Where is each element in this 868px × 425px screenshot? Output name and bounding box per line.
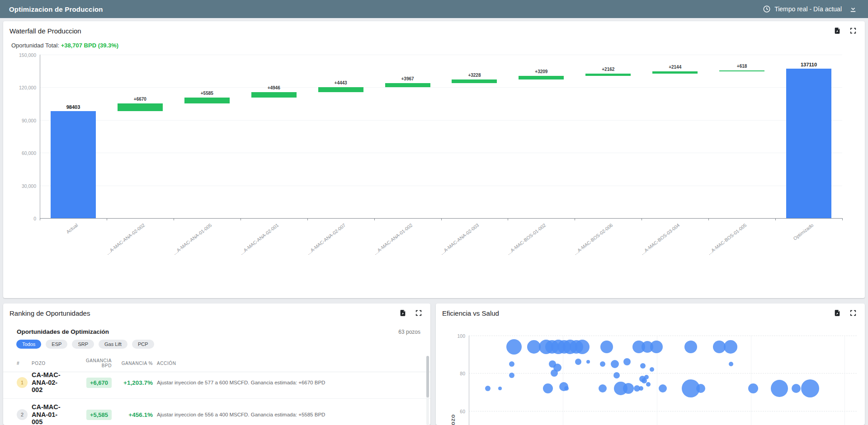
x-axis-label: …A-MAC-BOS-03-004 xyxy=(631,222,681,262)
x-axis-label: Actual xyxy=(29,222,79,262)
bubble[interactable] xyxy=(623,358,631,365)
waterfall-bar-A-MAC-BOS-03-004[interactable] xyxy=(652,71,698,74)
bubble[interactable] xyxy=(792,384,801,393)
bubble[interactable] xyxy=(611,360,619,368)
fullscreen-icon[interactable] xyxy=(414,308,423,318)
filter-chip-gas-lift[interactable]: Gas Lift xyxy=(99,340,127,349)
bubble[interactable] xyxy=(575,359,581,365)
bubble[interactable] xyxy=(498,387,502,390)
bubble[interactable] xyxy=(551,369,558,377)
download-icon[interactable] xyxy=(848,4,858,14)
y-axis-tick: 90,000 xyxy=(11,118,36,123)
bubble[interactable] xyxy=(599,384,607,392)
x-axis-label: …A-MAC-BOS-02-006 xyxy=(564,222,614,262)
column-rank: # xyxy=(17,361,32,366)
scrollbar-thumb[interactable] xyxy=(426,356,429,397)
x-axis-label: …A-MAC-ANA-01-005 xyxy=(163,222,212,262)
bubble[interactable] xyxy=(748,383,758,393)
accion-cell: Ajustar inyeccion de 556 a 400 MSCFD. Ga… xyxy=(157,412,424,417)
table-row[interactable]: 1 CA-MAC-ANA-02-002 +6,670 +1,203.7% Aju… xyxy=(3,367,430,399)
pozo-cell: CA-MAC-ANA-02-002 xyxy=(32,371,66,394)
bubble[interactable] xyxy=(600,361,605,367)
eficiencia-panel: Eficiencia vs Salud Salud del Pozo 10080… xyxy=(436,304,865,425)
opportunities-table: 1 CA-MAC-ANA-02-002 +6,670 +1,203.7% Aju… xyxy=(3,367,430,425)
bubble[interactable] xyxy=(623,383,634,394)
bubble[interactable] xyxy=(659,384,667,392)
bubble[interactable] xyxy=(650,341,663,353)
bubble[interactable] xyxy=(771,380,788,397)
bubble[interactable] xyxy=(729,362,733,366)
waterfall-bar-A-MAC-BOS-02-006[interactable] xyxy=(585,74,631,76)
waterfall-bar-A-MAC-ANA-02-002[interactable] xyxy=(118,103,163,111)
eficiencia-panel-title: Eficiencia vs Salud xyxy=(442,309,499,317)
bubble[interactable] xyxy=(650,367,654,372)
x-axis-label: …A-MAC-ANA-02-002 xyxy=(96,222,146,262)
waterfall-bar-A-MAC-ANA-02-001[interactable] xyxy=(251,92,297,98)
waterfall-bar-A-MAC-ANA-01-002[interactable] xyxy=(385,83,430,88)
bubble[interactable] xyxy=(724,340,737,354)
waterfall-bar-A-MAC-ANA-01-005[interactable] xyxy=(184,98,230,103)
waterfall-panel: Waterfall de Produccion Oportunidad Tota… xyxy=(3,21,865,298)
bubble[interactable] xyxy=(509,373,514,378)
bubble[interactable] xyxy=(696,384,705,393)
bubble[interactable] xyxy=(506,339,522,355)
fullscreen-icon[interactable] xyxy=(849,308,858,318)
x-axis-label: …A-MAC-ANA-02-007 xyxy=(297,222,346,262)
waterfall-bar-A-MAC-BOS-01-002[interactable] xyxy=(519,76,564,79)
bubble[interactable] xyxy=(586,360,590,364)
opportunity-total: Oportunidad Total: +38,707 BPD (39.3%) xyxy=(11,42,118,49)
bubble[interactable] xyxy=(543,383,553,393)
bar-value-label: +3209 xyxy=(514,69,568,74)
bar-value-label: +5585 xyxy=(180,91,234,96)
bar-value-label: +2162 xyxy=(581,67,635,72)
bubble[interactable] xyxy=(613,372,620,378)
ganancia-bpd-cell: +6,670 xyxy=(86,378,112,388)
y-axis-tick: 100 xyxy=(447,333,465,339)
y-axis-label: Salud del Pozo xyxy=(449,382,456,425)
x-axis-label: …A-MAC-ANA-01-002 xyxy=(363,222,413,262)
filter-chip-todos[interactable]: Todos xyxy=(16,340,41,349)
bar-value-label: 98403 xyxy=(46,104,100,110)
x-axis-label: …A-MAC-ANA-02-003 xyxy=(430,222,480,262)
x-axis-label: …A-MAC-BOS-01-005 xyxy=(698,222,748,262)
bubble[interactable] xyxy=(684,341,697,353)
realtime-status: Tiempo real - Día actual xyxy=(763,5,842,13)
bubble[interactable] xyxy=(575,340,590,354)
table-scrollbar[interactable] xyxy=(426,356,429,425)
waterfall-bar-Optimizado[interactable] xyxy=(786,69,831,218)
waterfall-bar-A-MAC-ANA-02-003[interactable] xyxy=(452,79,497,83)
bubble[interactable] xyxy=(646,382,651,387)
app-header: Optimizacion de Produccion Tiempo real -… xyxy=(0,0,868,18)
ranking-panel-title: Ranking de Oportunidades xyxy=(9,309,90,317)
bubble[interactable] xyxy=(564,386,569,391)
y-axis-tick: 80 xyxy=(447,371,465,376)
filter-chip-srp[interactable]: SRP xyxy=(72,340,94,349)
file-export-icon[interactable] xyxy=(833,308,842,318)
clock-icon xyxy=(763,5,771,13)
waterfall-bar-A-MAC-ANA-02-007[interactable] xyxy=(318,87,363,92)
bubble[interactable] xyxy=(639,386,643,391)
accion-cell: Ajustar inyeccion de 577 a 600 MSCFD. Ga… xyxy=(157,380,424,385)
column-pozo: POZO xyxy=(32,361,66,366)
filter-chip-esp[interactable]: ESP xyxy=(46,340,67,349)
page-title: Optimizacion de Produccion xyxy=(9,5,103,13)
bar-value-label: 137110 xyxy=(782,62,836,67)
rank-badge: 2 xyxy=(17,409,28,420)
bubble[interactable] xyxy=(640,363,646,369)
bubble[interactable] xyxy=(801,379,819,397)
waterfall-bar-Actual[interactable] xyxy=(51,111,96,218)
bubble[interactable] xyxy=(600,341,613,353)
column-ganancia-pct: GANANCIA % xyxy=(114,361,153,366)
file-export-icon[interactable] xyxy=(833,26,842,35)
waterfall-panel-title: Waterfall de Produccion xyxy=(9,27,81,35)
waterfall-bar-A-MAC-BOS-01-005[interactable] xyxy=(719,70,764,71)
bar-value-label: +3967 xyxy=(381,76,435,81)
bubble[interactable] xyxy=(485,386,491,391)
fullscreen-icon[interactable] xyxy=(849,26,858,35)
x-axis-label: …A-MAC-ANA-02-001 xyxy=(230,222,279,262)
opportunities-section-title: Oportunidades de Optimización xyxy=(17,328,109,335)
table-row[interactable]: 2 CA-MAC-ANA-01-005 +5,585 +456.1% Ajust… xyxy=(3,399,430,425)
bubble[interactable] xyxy=(509,361,514,367)
filter-chip-pcp[interactable]: PCP xyxy=(132,340,154,349)
file-export-icon[interactable] xyxy=(398,308,407,318)
